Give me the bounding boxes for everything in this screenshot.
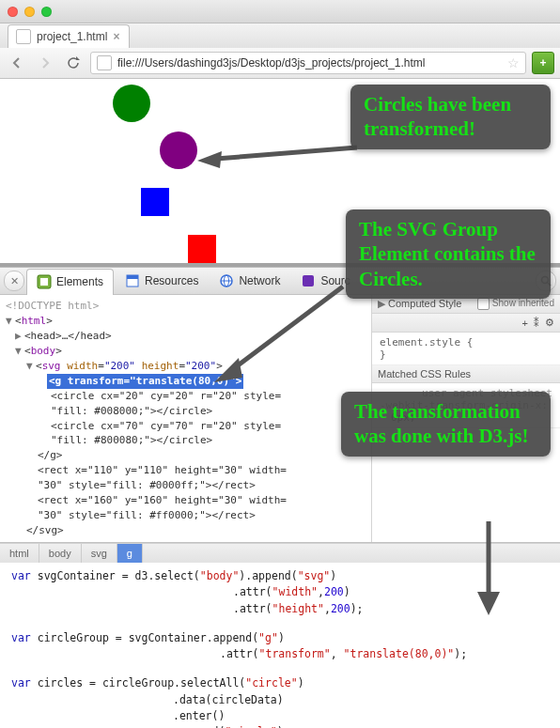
tab-resources[interactable]: Resources (116, 268, 208, 294)
close-devtools-button[interactable]: ✕ (4, 271, 24, 291)
styles-toolbar: + ⁑ ⚙ (372, 314, 560, 333)
blue-rect (141, 188, 169, 216)
tab-label: project_1.html (37, 30, 107, 43)
bookmark-star-icon[interactable]: ☆ (507, 55, 520, 70)
svg-rect-13 (303, 275, 314, 287)
tab-network[interactable]: Network (210, 268, 289, 294)
purple-circle (160, 132, 197, 169)
forward-button[interactable] (34, 53, 56, 73)
back-button[interactable] (6, 53, 28, 73)
crumb-html[interactable]: html (0, 544, 39, 563)
minimize-traffic-light[interactable] (24, 7, 35, 17)
annotation-text: Circles have been transformed! (364, 93, 511, 140)
browser-tabstrip: project_1.html × (0, 23, 560, 48)
crumb-body[interactable]: body (39, 544, 82, 563)
resources-icon (125, 273, 140, 288)
tab-label: Resources (145, 274, 198, 287)
elements-icon (37, 274, 52, 289)
page-icon (97, 55, 112, 70)
zoom-traffic-light[interactable] (41, 7, 52, 17)
red-rect (188, 235, 216, 263)
elements-tree[interactable]: <!DOCTYPE html> ▼<html> ▶<head>…</head> … (0, 295, 371, 542)
network-icon (219, 273, 234, 288)
annotation-text: The SVG Group Element contains the Circl… (359, 218, 536, 290)
matched-rules-header: Matched CSS Rules (372, 365, 560, 383)
crumb-g[interactable]: g (117, 544, 143, 563)
extension-button[interactable]: + (532, 52, 554, 74)
window-titlebar (0, 0, 560, 23)
element-breadcrumbs: html body svg g (0, 543, 560, 563)
green-circle (113, 85, 150, 122)
annotation-box: Circles have been transformed! (350, 85, 551, 149)
annotation-text: The transformation was done with D3.js! (354, 400, 529, 447)
annotation-box: The SVG Group Element contains the Circl… (346, 209, 551, 299)
url-text: file:///Users/dashingd3js/Desktop/d3js_p… (117, 56, 426, 70)
rendered-svg (38, 85, 301, 269)
browser-tab[interactable]: project_1.html × (8, 24, 130, 48)
toggle-state-icon[interactable]: ⁑ (534, 317, 539, 329)
add-rule-icon[interactable]: + (522, 318, 528, 329)
close-traffic-light[interactable] (8, 7, 18, 17)
page-icon (16, 29, 31, 44)
element-style-block[interactable]: element.style { } (372, 333, 560, 365)
annotation-box: The transformation was done with D3.js! (341, 392, 551, 457)
show-inherited-checkbox[interactable] (477, 298, 490, 310)
tab-label: Network (239, 274, 280, 287)
console-panel[interactable]: var svgContainer = d3.select("body").app… (0, 563, 560, 728)
selected-element-row[interactable]: <g transform="translate(80,0)"> (47, 374, 243, 389)
gear-icon[interactable]: ⚙ (545, 317, 554, 329)
devtools: The SVG Group Element contains the Circl… (0, 267, 560, 728)
crumb-svg[interactable]: svg (82, 544, 117, 563)
tab-label: Elements (56, 275, 103, 288)
tab-elements[interactable]: Elements (26, 269, 114, 295)
svg-rect-7 (40, 278, 48, 286)
sources-icon (301, 273, 316, 288)
address-bar: file:///Users/dashingd3js/Desktop/d3js_p… (0, 48, 560, 79)
close-tab-icon[interactable]: × (113, 30, 119, 43)
doctype-line: <!DOCTYPE html> (6, 299, 366, 314)
svg-rect-9 (127, 275, 138, 279)
reload-button[interactable] (62, 53, 85, 73)
url-field[interactable]: file:///Users/dashingd3js/Desktop/d3js_p… (90, 52, 526, 74)
